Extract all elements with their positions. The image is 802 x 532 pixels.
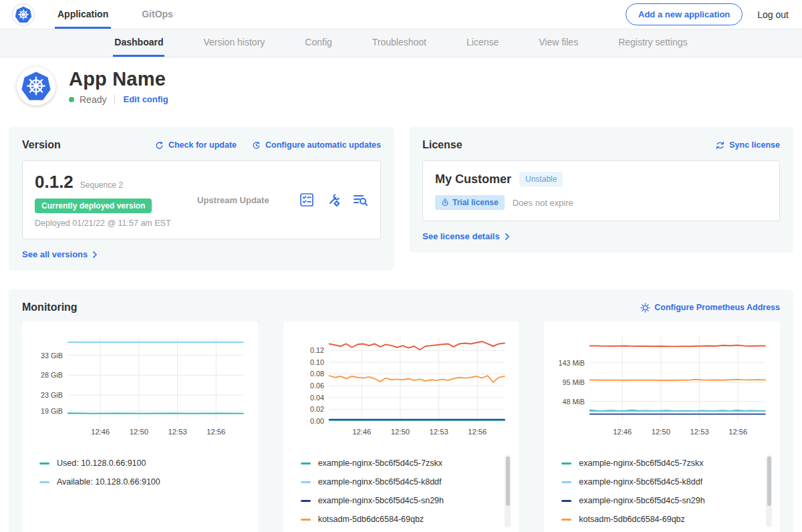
- check-for-update-label: Check for update: [168, 140, 237, 150]
- tab-license[interactable]: License: [465, 29, 500, 57]
- svg-text:0.00: 0.00: [310, 417, 324, 425]
- svg-text:0.02: 0.02: [310, 405, 324, 413]
- legend-label: kotsadm-5db6dc6584-69qbz: [318, 515, 424, 524]
- legend-item: kotsadm-5db6dc6584-69qbz: [561, 510, 760, 529]
- tab-view-files[interactable]: View files: [537, 29, 579, 57]
- trial-license-badge: Trial license: [435, 195, 505, 210]
- sync-license-link[interactable]: Sync license: [715, 140, 780, 150]
- gear-icon: [640, 303, 650, 313]
- legend-swatch: [39, 462, 49, 464]
- see-all-versions-link[interactable]: See all versions: [22, 249, 98, 259]
- topnav-tab-gitops[interactable]: GitOps: [139, 0, 176, 29]
- configure-prometheus-label: Configure Prometheus Address: [654, 303, 780, 312]
- disk-usage-chart: 12:4612:5012:5312:5633 GiB28 GiB23 GiB19…: [30, 331, 250, 443]
- legend-item: kotsadm-5db6dc6584-69qbz: [301, 510, 499, 529]
- legend-swatch: [301, 481, 311, 483]
- preflight-checks-icon[interactable]: [299, 192, 315, 208]
- version-card-title: Version: [22, 139, 61, 151]
- svg-text:12:46: 12:46: [614, 428, 632, 436]
- legend-label: Used: 10.128.0.66:9100: [57, 458, 146, 468]
- svg-text:12:53: 12:53: [429, 428, 448, 436]
- kubernetes-helm-icon: [21, 71, 51, 102]
- chevron-right-icon: [92, 251, 98, 258]
- legend-swatch: [39, 481, 49, 483]
- trial-license-label: Trial license: [452, 198, 499, 207]
- legend-scrollbar: [505, 455, 511, 527]
- legend-swatch: [561, 481, 571, 483]
- svg-text:0.08: 0.08: [310, 370, 324, 378]
- channel-badge: Unstable: [519, 172, 563, 186]
- svg-text:12:46: 12:46: [352, 428, 371, 436]
- legend-label: example-nginx-5bc6f5d4c5-7zskx: [318, 458, 442, 468]
- divider: [114, 95, 115, 104]
- svg-text:12:53: 12:53: [168, 428, 187, 436]
- configure-automatic-updates-label: Configure automatic updates: [265, 140, 381, 150]
- add-application-button[interactable]: Add a new application: [626, 3, 743, 25]
- cpu-usage-legend: example-nginx-5bc6f5d4c5-7zskx example-n…: [291, 452, 511, 530]
- version-card: Version Check for update: [9, 127, 394, 271]
- memory-usage-chart: 12:4612:5012:5312:56143 MiB95 MiB48 MiB: [552, 331, 772, 443]
- app-sub-nav: Dashboard Version history Config Trouble…: [0, 29, 802, 57]
- tab-config[interactable]: Config: [303, 29, 333, 57]
- svg-text:23 GiB: 23 GiB: [41, 391, 63, 399]
- legend-item: example-nginx-5bc6f5d4c5-7zskx: [301, 454, 499, 473]
- tab-dashboard[interactable]: Dashboard: [113, 29, 164, 57]
- monitoring-title: Monitoring: [22, 301, 78, 313]
- configure-automatic-updates-link[interactable]: Configure automatic updates: [251, 140, 381, 150]
- topnav-tab-application[interactable]: Application: [55, 0, 111, 29]
- see-license-details-link[interactable]: See license details: [422, 231, 511, 241]
- tab-version-history[interactable]: Version history: [202, 29, 266, 57]
- scrollbar-thumb[interactable]: [506, 456, 510, 505]
- refresh-icon: [154, 140, 164, 150]
- memory-usage-chart-card: 12:4612:5012:5312:56143 MiB95 MiB48 MiB …: [544, 321, 780, 532]
- svg-text:12:56: 12:56: [468, 428, 487, 436]
- status-text: Ready: [80, 94, 106, 105]
- svg-text:0.12: 0.12: [310, 346, 324, 354]
- page-title: App Name: [69, 68, 168, 90]
- legend-label: example-nginx-5bc6f5d4c5-7zskx: [579, 458, 703, 468]
- legend-item: example-nginx-5bc6f5d4c5-sn29h: [301, 491, 499, 510]
- app-header: App Name Ready Edit config: [9, 57, 793, 116]
- svg-text:0.06: 0.06: [310, 382, 324, 390]
- edit-config-icon[interactable]: [325, 192, 342, 208]
- edit-config-link[interactable]: Edit config: [123, 94, 168, 104]
- legend-item: example-nginx-5bc6f5d4c5-7zskx: [561, 454, 760, 473]
- svg-text:12:50: 12:50: [130, 428, 148, 436]
- deployed-timestamp: Deployed 01/21/22 @ 11:57 am EST: [35, 219, 178, 228]
- svg-text:28 GiB: 28 GiB: [41, 371, 63, 379]
- top-nav: Application GitOps Add a new application…: [0, 0, 802, 29]
- sync-icon: [715, 140, 725, 150]
- configure-prometheus-link[interactable]: Configure Prometheus Address: [640, 303, 780, 313]
- status-dot: [69, 97, 74, 102]
- deployed-badge: Currently deployed version: [35, 198, 152, 213]
- svg-text:0.04: 0.04: [310, 394, 324, 402]
- svg-text:33 GiB: 33 GiB: [41, 352, 63, 360]
- svg-text:143 MiB: 143 MiB: [559, 359, 585, 367]
- license-card-title: License: [422, 139, 462, 151]
- disk-usage-chart-card: 12:4612:5012:5312:5633 GiB28 GiB23 GiB19…: [22, 321, 258, 532]
- legend-swatch: [561, 519, 571, 521]
- svg-text:12:56: 12:56: [207, 428, 225, 436]
- legend-item: example-nginx-5bc6f5d4c5-k8ddf: [561, 473, 760, 491]
- svg-text:12:56: 12:56: [729, 428, 748, 436]
- see-all-versions-label: See all versions: [22, 249, 88, 259]
- sync-license-label: Sync license: [729, 140, 780, 150]
- cpu-usage-chart-card: 12:4612:5012:5312:560.120.100.080.060.04…: [283, 321, 519, 532]
- kubernetes-helm-icon: [15, 6, 32, 23]
- scrollbar-thumb[interactable]: [767, 456, 771, 505]
- legend-swatch: [301, 500, 311, 502]
- see-license-details-label: See license details: [422, 231, 500, 241]
- view-logs-icon[interactable]: [352, 192, 368, 208]
- svg-text:12:46: 12:46: [91, 428, 110, 436]
- version-sequence: Sequence 2: [80, 180, 123, 190]
- tab-troubleshoot[interactable]: Troubleshoot: [371, 29, 428, 57]
- app-logo: [17, 67, 55, 106]
- cpu-usage-chart: 12:4612:5012:5312:560.120.100.080.060.04…: [291, 331, 511, 443]
- version-number: 0.1.2: [35, 172, 74, 192]
- check-for-update-link[interactable]: Check for update: [154, 140, 237, 150]
- tab-registry-settings[interactable]: Registry settings: [617, 29, 688, 57]
- legend-scrollbar: [766, 455, 772, 527]
- logout-link[interactable]: Log out: [757, 9, 789, 20]
- legend-label: example-nginx-5bc6f5d4c5-sn29h: [318, 496, 444, 505]
- kubernetes-logo: [12, 3, 35, 26]
